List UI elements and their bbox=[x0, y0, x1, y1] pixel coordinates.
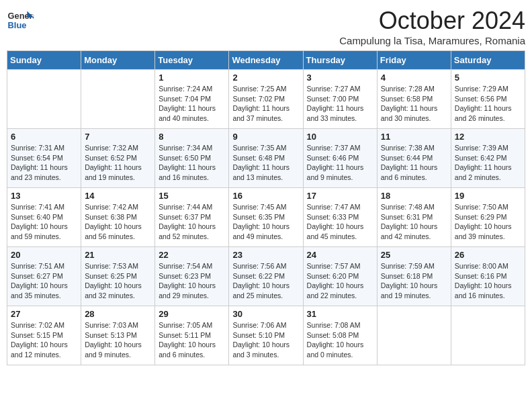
day-info: Sunrise: 7:56 AM Sunset: 6:22 PM Dayligh… bbox=[232, 261, 299, 301]
calendar-header-cell: Saturday bbox=[451, 51, 525, 70]
calendar-cell: 1Sunrise: 7:24 AM Sunset: 7:04 PM Daylig… bbox=[155, 70, 229, 129]
day-info: Sunrise: 7:59 AM Sunset: 6:18 PM Dayligh… bbox=[381, 261, 447, 301]
day-number: 15 bbox=[159, 191, 225, 201]
day-number: 10 bbox=[307, 132, 373, 142]
calendar-cell: 6Sunrise: 7:31 AM Sunset: 6:54 PM Daylig… bbox=[7, 129, 81, 188]
page-header: General Blue October 2024 Campulung la T… bbox=[7, 7, 525, 46]
day-number: 14 bbox=[85, 191, 151, 201]
day-info: Sunrise: 7:03 AM Sunset: 5:13 PM Dayligh… bbox=[85, 320, 151, 360]
logo: General Blue bbox=[7, 7, 34, 34]
location-subtitle: Campulung la Tisa, Maramures, Romania bbox=[339, 35, 525, 46]
day-number: 23 bbox=[232, 250, 299, 260]
day-number: 2 bbox=[232, 73, 299, 83]
day-info: Sunrise: 7:06 AM Sunset: 5:10 PM Dayligh… bbox=[232, 320, 299, 360]
day-number: 12 bbox=[455, 132, 521, 142]
day-info: Sunrise: 7:32 AM Sunset: 6:52 PM Dayligh… bbox=[85, 143, 151, 183]
day-info: Sunrise: 7:08 AM Sunset: 5:08 PM Dayligh… bbox=[307, 320, 373, 360]
day-info: Sunrise: 7:29 AM Sunset: 6:56 PM Dayligh… bbox=[455, 84, 521, 124]
calendar-cell bbox=[81, 70, 155, 129]
day-number: 4 bbox=[381, 73, 447, 83]
calendar-week-row: 6Sunrise: 7:31 AM Sunset: 6:54 PM Daylig… bbox=[7, 129, 525, 188]
calendar-header-cell: Tuesday bbox=[155, 51, 229, 70]
calendar-cell: 13Sunrise: 7:41 AM Sunset: 6:40 PM Dayli… bbox=[7, 188, 81, 247]
svg-text:Blue: Blue bbox=[8, 20, 27, 30]
calendar-cell: 9Sunrise: 7:35 AM Sunset: 6:48 PM Daylig… bbox=[229, 129, 303, 188]
day-info: Sunrise: 7:35 AM Sunset: 6:48 PM Dayligh… bbox=[232, 143, 299, 183]
day-info: Sunrise: 7:54 AM Sunset: 6:23 PM Dayligh… bbox=[159, 261, 225, 301]
day-info: Sunrise: 7:39 AM Sunset: 6:42 PM Dayligh… bbox=[455, 143, 521, 183]
day-number: 7 bbox=[85, 132, 151, 142]
day-number: 21 bbox=[85, 250, 151, 260]
calendar-cell bbox=[7, 70, 81, 129]
day-number: 16 bbox=[232, 191, 299, 201]
day-number: 5 bbox=[455, 73, 521, 83]
day-number: 3 bbox=[307, 73, 373, 83]
calendar-header-cell: Friday bbox=[377, 51, 451, 70]
day-number: 18 bbox=[381, 191, 447, 201]
day-info: Sunrise: 7:41 AM Sunset: 6:40 PM Dayligh… bbox=[11, 202, 77, 242]
day-info: Sunrise: 8:00 AM Sunset: 6:16 PM Dayligh… bbox=[455, 261, 521, 301]
calendar-cell: 30Sunrise: 7:06 AM Sunset: 5:10 PM Dayli… bbox=[229, 306, 303, 365]
calendar-cell: 10Sunrise: 7:37 AM Sunset: 6:46 PM Dayli… bbox=[303, 129, 377, 188]
calendar-cell: 19Sunrise: 7:50 AM Sunset: 6:29 PM Dayli… bbox=[451, 188, 525, 247]
calendar-cell: 7Sunrise: 7:32 AM Sunset: 6:52 PM Daylig… bbox=[81, 129, 155, 188]
calendar-header-cell: Thursday bbox=[303, 51, 377, 70]
day-number: 26 bbox=[455, 250, 521, 260]
day-info: Sunrise: 7:05 AM Sunset: 5:11 PM Dayligh… bbox=[159, 320, 225, 360]
calendar-cell: 23Sunrise: 7:56 AM Sunset: 6:22 PM Dayli… bbox=[229, 247, 303, 306]
day-number: 9 bbox=[232, 132, 299, 142]
day-info: Sunrise: 7:53 AM Sunset: 6:25 PM Dayligh… bbox=[85, 261, 151, 301]
calendar-cell: 16Sunrise: 7:45 AM Sunset: 6:35 PM Dayli… bbox=[229, 188, 303, 247]
calendar-cell bbox=[377, 306, 451, 365]
calendar-header-cell: Sunday bbox=[7, 51, 81, 70]
calendar-cell: 15Sunrise: 7:44 AM Sunset: 6:37 PM Dayli… bbox=[155, 188, 229, 247]
calendar-cell: 31Sunrise: 7:08 AM Sunset: 5:08 PM Dayli… bbox=[303, 306, 377, 365]
calendar-cell: 25Sunrise: 7:59 AM Sunset: 6:18 PM Dayli… bbox=[377, 247, 451, 306]
day-number: 20 bbox=[11, 250, 77, 260]
day-info: Sunrise: 7:47 AM Sunset: 6:33 PM Dayligh… bbox=[307, 202, 373, 242]
day-info: Sunrise: 7:38 AM Sunset: 6:44 PM Dayligh… bbox=[381, 143, 447, 183]
calendar-cell: 2Sunrise: 7:25 AM Sunset: 7:02 PM Daylig… bbox=[229, 70, 303, 129]
day-number: 24 bbox=[307, 250, 373, 260]
day-info: Sunrise: 7:57 AM Sunset: 6:20 PM Dayligh… bbox=[307, 261, 373, 301]
calendar-cell: 4Sunrise: 7:28 AM Sunset: 6:58 PM Daylig… bbox=[377, 70, 451, 129]
calendar-cell: 24Sunrise: 7:57 AM Sunset: 6:20 PM Dayli… bbox=[303, 247, 377, 306]
calendar-cell: 3Sunrise: 7:27 AM Sunset: 7:00 PM Daylig… bbox=[303, 70, 377, 129]
day-info: Sunrise: 7:34 AM Sunset: 6:50 PM Dayligh… bbox=[159, 143, 225, 183]
calendar-week-row: 13Sunrise: 7:41 AM Sunset: 6:40 PM Dayli… bbox=[7, 188, 525, 247]
calendar-week-row: 1Sunrise: 7:24 AM Sunset: 7:04 PM Daylig… bbox=[7, 70, 525, 129]
day-number: 11 bbox=[381, 132, 447, 142]
day-number: 30 bbox=[232, 309, 299, 319]
calendar-cell bbox=[451, 306, 525, 365]
day-info: Sunrise: 7:37 AM Sunset: 6:46 PM Dayligh… bbox=[307, 143, 373, 183]
day-info: Sunrise: 7:24 AM Sunset: 7:04 PM Dayligh… bbox=[159, 84, 225, 124]
calendar-cell: 20Sunrise: 7:51 AM Sunset: 6:27 PM Dayli… bbox=[7, 247, 81, 306]
day-info: Sunrise: 7:44 AM Sunset: 6:37 PM Dayligh… bbox=[159, 202, 225, 242]
calendar-cell: 11Sunrise: 7:38 AM Sunset: 6:44 PM Dayli… bbox=[377, 129, 451, 188]
calendar-cell: 29Sunrise: 7:05 AM Sunset: 5:11 PM Dayli… bbox=[155, 306, 229, 365]
day-number: 17 bbox=[307, 191, 373, 201]
calendar-cell: 8Sunrise: 7:34 AM Sunset: 6:50 PM Daylig… bbox=[155, 129, 229, 188]
day-info: Sunrise: 7:25 AM Sunset: 7:02 PM Dayligh… bbox=[232, 84, 299, 124]
calendar-week-row: 20Sunrise: 7:51 AM Sunset: 6:27 PM Dayli… bbox=[7, 247, 525, 306]
day-number: 25 bbox=[381, 250, 447, 260]
calendar-week-row: 27Sunrise: 7:02 AM Sunset: 5:15 PM Dayli… bbox=[7, 306, 525, 365]
calendar-cell: 18Sunrise: 7:48 AM Sunset: 6:31 PM Dayli… bbox=[377, 188, 451, 247]
day-number: 29 bbox=[159, 309, 225, 319]
day-number: 8 bbox=[159, 132, 225, 142]
calendar-header-row: SundayMondayTuesdayWednesdayThursdayFrid… bbox=[7, 51, 525, 70]
logo-icon: General Blue bbox=[7, 7, 34, 34]
calendar-cell: 5Sunrise: 7:29 AM Sunset: 6:56 PM Daylig… bbox=[451, 70, 525, 129]
calendar-cell: 22Sunrise: 7:54 AM Sunset: 6:23 PM Dayli… bbox=[155, 247, 229, 306]
day-info: Sunrise: 7:51 AM Sunset: 6:27 PM Dayligh… bbox=[11, 261, 77, 301]
calendar-cell: 17Sunrise: 7:47 AM Sunset: 6:33 PM Dayli… bbox=[303, 188, 377, 247]
day-info: Sunrise: 7:02 AM Sunset: 5:15 PM Dayligh… bbox=[11, 320, 77, 360]
day-info: Sunrise: 7:28 AM Sunset: 6:58 PM Dayligh… bbox=[381, 84, 447, 124]
day-number: 19 bbox=[455, 191, 521, 201]
calendar-cell: 28Sunrise: 7:03 AM Sunset: 5:13 PM Dayli… bbox=[81, 306, 155, 365]
month-title: October 2024 bbox=[339, 7, 525, 35]
day-number: 6 bbox=[11, 132, 77, 142]
calendar-cell: 21Sunrise: 7:53 AM Sunset: 6:25 PM Dayli… bbox=[81, 247, 155, 306]
day-number: 31 bbox=[307, 309, 373, 319]
day-number: 1 bbox=[159, 73, 225, 83]
